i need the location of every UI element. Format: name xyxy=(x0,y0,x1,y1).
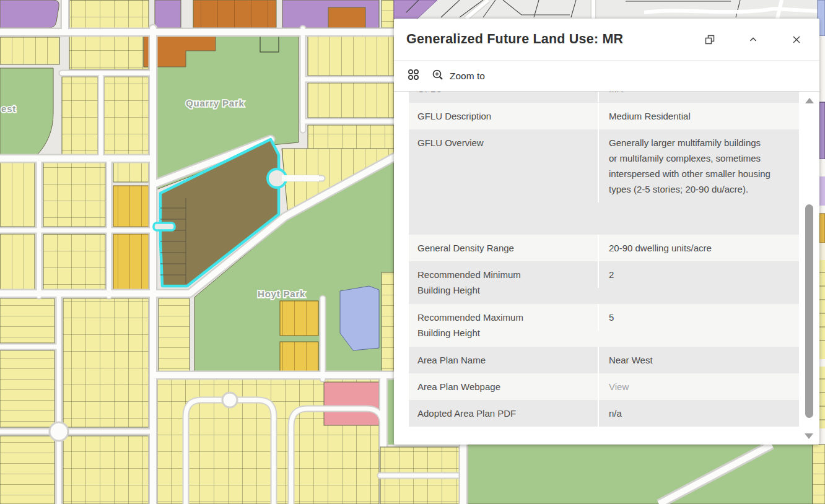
field-label: Recommended Minimum Building Height xyxy=(409,261,598,303)
cul-de-sac-circle xyxy=(50,422,68,441)
field-value: Generally larger multifamily buildings o… xyxy=(598,129,799,202)
field-label: Area Plan Name xyxy=(409,347,598,373)
map-bottom-strip xyxy=(380,445,825,504)
chevron-up-icon xyxy=(748,35,758,45)
collapse-button[interactable] xyxy=(744,30,762,49)
field-value: Near West xyxy=(598,347,799,373)
field-label: GFLU Overview xyxy=(409,129,598,156)
zoom-to-label: Zoom to xyxy=(450,71,485,82)
field-value: 5 xyxy=(598,304,799,331)
field-value: 20-90 dwelling units/acre xyxy=(598,235,799,261)
table-row: GFLU Overview Generally larger multifami… xyxy=(409,129,799,235)
table-row: General Density Range 20-90 dwelling uni… xyxy=(409,235,799,261)
selection-road-stub xyxy=(154,223,175,230)
field-label: General Density Range xyxy=(409,235,598,261)
table-row: Area Plan Name Near West xyxy=(409,347,799,373)
field-value: Medium Residential xyxy=(598,103,799,129)
field-value: n/a xyxy=(598,400,799,427)
table-row: GFLU Description Medium Residential xyxy=(409,103,799,129)
map-label-quarry-park: Quarry Park xyxy=(186,98,245,108)
field-label: GFLU xyxy=(409,92,598,102)
field-value-link[interactable]: View xyxy=(598,373,799,400)
field-label: Area Plan Webpage xyxy=(409,373,598,400)
field-label: Recommended Maximum Building Height xyxy=(409,304,598,346)
scroll-up-arrow[interactable] xyxy=(805,98,814,103)
popup-header: Generalized Future Land Use: MR xyxy=(394,19,819,61)
close-button[interactable] xyxy=(787,30,806,49)
table-row: Recommended Minimum Building Height 2 xyxy=(409,261,799,304)
popup-title: Generalized Future Land Use: MR xyxy=(406,32,623,47)
app-window: Quarry Park Hoyt Park est xyxy=(0,0,825,504)
table-row-clipped: GFLU MR xyxy=(409,92,799,103)
table-row: Area Plan Webpage View xyxy=(409,373,799,400)
dock-button[interactable] xyxy=(701,30,719,49)
table-row: Recommended Maximum Building Height 5 xyxy=(409,304,799,347)
dock-icon xyxy=(704,34,715,45)
popup-toolbar: Zoom to xyxy=(394,61,819,92)
zoom-plus-magnifier-icon xyxy=(432,69,444,84)
field-value: 2 xyxy=(598,261,799,288)
scroll-down-arrow[interactable] xyxy=(805,433,813,439)
scrollbar-thumb[interactable] xyxy=(805,204,813,418)
attribute-table: GFLU MR GFLU Description Medium Resident… xyxy=(409,92,799,445)
field-label: GFLU Description xyxy=(409,103,598,129)
feature-menu-dots-icon xyxy=(408,69,419,83)
map-label-hoyt-park: Hoyt Park xyxy=(258,289,305,299)
map-right-sliver xyxy=(819,36,825,445)
table-row: GFLU MR xyxy=(409,92,799,103)
popup-scrollbar xyxy=(801,92,818,445)
popup-header-actions xyxy=(701,30,806,49)
table-row: Adopted Area Plan PDF n/a xyxy=(409,400,799,427)
zoom-to-button[interactable]: Zoom to xyxy=(426,65,491,87)
field-label: Adopted Area Plan PDF xyxy=(409,400,598,427)
close-icon xyxy=(792,35,801,45)
map-label-est: est xyxy=(1,103,16,114)
feature-menu-button[interactable] xyxy=(401,65,426,87)
cul-de-sac-circle xyxy=(222,393,237,407)
field-value: MR xyxy=(598,92,799,102)
feature-popup: Generalized Future Land Use: MR xyxy=(394,19,819,445)
